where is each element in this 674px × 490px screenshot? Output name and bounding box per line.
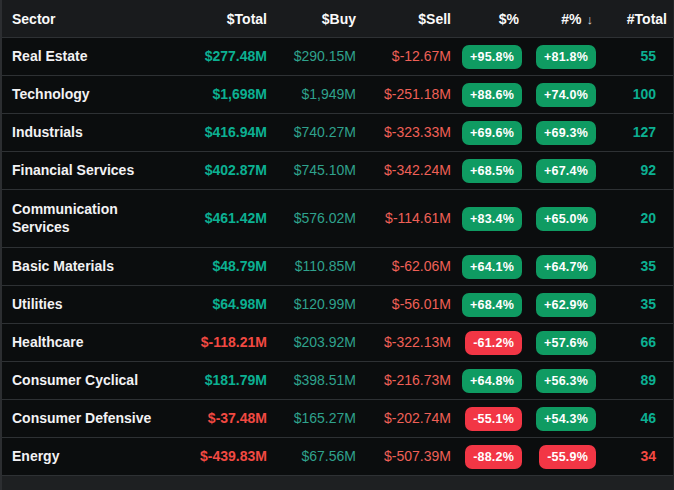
count-total-value: 89	[596, 372, 673, 390]
dollar-buy-value: $165.27M	[267, 410, 356, 428]
count-percent-cell: +69.3%	[522, 121, 596, 145]
column-header-count-percent[interactable]: #%↓	[522, 11, 596, 27]
count-percent-cell: +67.4%	[522, 159, 596, 183]
sector-name: Consumer Defensive	[2, 410, 171, 428]
table-row[interactable]: Real Estate $277.48M $290.15M $-12.67M +…	[2, 38, 673, 76]
sector-name: Technology	[2, 86, 171, 104]
count-percent-cell: +62.9%	[522, 293, 596, 317]
dollar-percent-cell: -61.2%	[451, 331, 522, 355]
dollar-percent-badge: +64.8%	[462, 369, 522, 393]
dollar-percent-badge: -61.2%	[465, 331, 522, 355]
count-total-value: 46	[596, 410, 673, 428]
dollar-percent-cell: -55.1%	[451, 407, 522, 431]
count-total-value: 100	[596, 86, 673, 104]
dollar-percent-badge: +64.1%	[462, 255, 522, 279]
dollar-percent-badge: -55.1%	[465, 407, 522, 431]
dollar-buy-value: $740.27M	[267, 124, 356, 142]
dollar-sell-value: $-323.33M	[356, 124, 451, 142]
dollar-sell-value: $-202.74M	[356, 410, 451, 428]
column-header-dollar-buy[interactable]: $Buy	[267, 11, 356, 27]
column-header-dollar-percent[interactable]: $%	[451, 11, 522, 27]
count-total-value: 35	[596, 296, 673, 314]
sector-name: Energy	[2, 448, 171, 466]
dollar-percent-cell: +64.8%	[451, 369, 522, 393]
count-total-value: 20	[596, 210, 673, 228]
dollar-percent-cell: -88.2%	[451, 445, 522, 469]
table-row[interactable]: Financial Services $402.87M $745.10M $-3…	[2, 152, 673, 190]
dollar-total-value: $416.94M	[171, 124, 267, 142]
dollar-sell-value: $-62.06M	[356, 258, 451, 276]
count-percent-cell: +74.0%	[522, 83, 596, 107]
dollar-sell-value: $-12.67M	[356, 48, 451, 66]
count-total-value: 127	[596, 124, 673, 142]
table-row[interactable]: Technology $1,698M $1,949M $-251.18M +88…	[2, 76, 673, 114]
count-total-value: 92	[596, 162, 673, 180]
dollar-buy-value: $290.15M	[267, 48, 356, 66]
count-percent-badge: +65.0%	[536, 207, 596, 231]
count-total-value: 34	[596, 448, 673, 466]
dollar-total-value: $1,698M	[171, 86, 267, 104]
table-row[interactable]: Communication Services $461.42M $576.02M…	[2, 190, 673, 248]
dollar-total-value: $-118.21M	[171, 334, 267, 352]
count-percent-badge: +67.4%	[536, 159, 596, 183]
dollar-percent-badge: +68.5%	[462, 159, 522, 183]
dollar-total-value: $402.87M	[171, 162, 267, 180]
count-percent-cell: +54.3%	[522, 407, 596, 431]
dollar-buy-value: $745.10M	[267, 162, 356, 180]
dollar-buy-value: $203.92M	[267, 334, 356, 352]
count-percent-badge: +57.6%	[536, 331, 596, 355]
count-percent-badge: +56.3%	[536, 369, 596, 393]
count-percent-label: #%	[561, 11, 581, 27]
dollar-buy-value: $1,949M	[267, 86, 356, 104]
table-row[interactable]: Utilities $64.98M $120.99M $-56.01M +68.…	[2, 286, 673, 324]
dollar-total-value: $64.98M	[171, 296, 267, 314]
dollar-sell-value: $-251.18M	[356, 86, 451, 104]
column-header-count-total[interactable]: #Total	[596, 11, 673, 27]
sector-screener-table: Sector $Total $Buy $Sell $% #%↓ #Total R…	[0, 0, 674, 490]
count-percent-cell: +56.3%	[522, 369, 596, 393]
count-percent-badge: +81.8%	[536, 45, 596, 69]
table-row[interactable]: Healthcare $-118.21M $203.92M $-322.13M …	[2, 324, 673, 362]
table-row[interactable]: Energy $-439.83M $67.56M $-507.39M -88.2…	[2, 438, 673, 476]
count-percent-badge: +64.7%	[536, 255, 596, 279]
dollar-buy-value: $120.99M	[267, 296, 356, 314]
dollar-percent-badge: +68.4%	[462, 293, 522, 317]
sector-name: Consumer Cyclical	[2, 372, 171, 390]
dollar-percent-cell: +68.4%	[451, 293, 522, 317]
dollar-sell-value: $-342.24M	[356, 162, 451, 180]
dollar-sell-value: $-114.61M	[356, 210, 451, 228]
dollar-percent-cell: +88.6%	[451, 83, 522, 107]
sector-name: Healthcare	[2, 334, 171, 352]
partial-next-row	[2, 476, 673, 490]
count-total-value: 35	[596, 258, 673, 276]
dollar-buy-value: $67.56M	[267, 448, 356, 466]
table-row[interactable]: Consumer Cyclical $181.79M $398.51M $-21…	[2, 362, 673, 400]
count-percent-badge: +54.3%	[536, 407, 596, 431]
count-total-value: 55	[596, 48, 673, 66]
column-header-dollar-sell[interactable]: $Sell	[356, 11, 451, 27]
count-percent-badge: +69.3%	[536, 121, 596, 145]
dollar-sell-value: $-216.73M	[356, 372, 451, 390]
column-header-dollar-total[interactable]: $Total	[171, 11, 267, 27]
dollar-total-value: $181.79M	[171, 372, 267, 390]
dollar-buy-value: $576.02M	[267, 210, 356, 228]
column-header-sector[interactable]: Sector	[2, 11, 171, 27]
sort-descending-icon: ↓	[587, 12, 594, 27]
sector-name: Industrials	[2, 124, 171, 142]
count-percent-cell: +81.8%	[522, 45, 596, 69]
table-header-row: Sector $Total $Buy $Sell $% #%↓ #Total	[2, 0, 673, 38]
table-row[interactable]: Industrials $416.94M $740.27M $-323.33M …	[2, 114, 673, 152]
dollar-total-value: $48.79M	[171, 258, 267, 276]
sector-name: Communication Services	[2, 201, 171, 237]
table-row[interactable]: Basic Materials $48.79M $110.85M $-62.06…	[2, 248, 673, 286]
table-row[interactable]: Consumer Defensive $-37.48M $165.27M $-2…	[2, 400, 673, 438]
dollar-percent-badge: +88.6%	[462, 83, 522, 107]
dollar-total-value: $-439.83M	[171, 448, 267, 466]
dollar-percent-cell: +69.6%	[451, 121, 522, 145]
dollar-percent-badge: +95.8%	[462, 45, 522, 69]
count-percent-cell: +64.7%	[522, 255, 596, 279]
dollar-total-value: $-37.48M	[171, 410, 267, 428]
sector-name: Real Estate	[2, 48, 171, 66]
sector-name: Basic Materials	[2, 258, 171, 276]
dollar-percent-cell: +64.1%	[451, 255, 522, 279]
